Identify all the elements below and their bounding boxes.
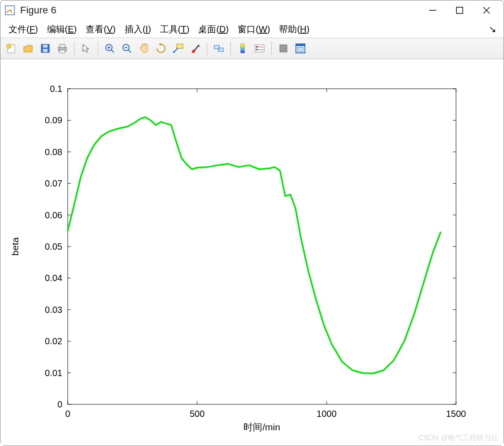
menubar: 文件(F) 编辑(E) 查看(V) 插入(I) 工具(T) 桌面(D) 窗口(W…: [0, 21, 504, 38]
figure-window: Figure 6 文件(F) 编辑(E) 查看(V) 插入(I) 工具(T) 桌…: [0, 0, 504, 446]
svg-text:1500: 1500: [446, 409, 466, 419]
svg-rect-39: [298, 48, 303, 52]
pointer-button[interactable]: [78, 40, 94, 56]
svg-rect-29: [241, 48, 244, 51]
svg-text:500: 500: [190, 409, 204, 419]
pan-icon: [138, 43, 150, 54]
svg-text:时间/min: 时间/min: [243, 422, 280, 432]
open-icon: [22, 43, 34, 54]
svg-text:0.03: 0.03: [45, 305, 62, 315]
rotate-button[interactable]: [153, 40, 169, 56]
minimize-icon: [427, 5, 438, 16]
svg-text:0.07: 0.07: [45, 178, 62, 188]
close-icon: [481, 5, 492, 16]
svg-text:0.01: 0.01: [45, 368, 62, 378]
svg-text:0: 0: [57, 399, 62, 409]
colorbar-button[interactable]: [235, 40, 251, 56]
svg-text:0.04: 0.04: [45, 273, 62, 283]
brush-button[interactable]: [187, 40, 203, 56]
svg-rect-38: [296, 44, 305, 46]
svg-rect-30: [241, 51, 244, 53]
svg-line-18: [128, 50, 131, 52]
print-button[interactable]: [54, 40, 70, 56]
svg-line-14: [111, 50, 114, 52]
svg-text:0: 0: [65, 409, 70, 419]
svg-rect-25: [218, 48, 223, 52]
svg-text:beta: beta: [10, 237, 20, 255]
menu-view[interactable]: 查看(V): [81, 22, 120, 37]
svg-text:0.08: 0.08: [45, 147, 62, 157]
svg-rect-36: [280, 45, 287, 52]
brush-icon: [189, 43, 201, 54]
pointer-icon: [80, 43, 92, 54]
toolbar: [0, 38, 504, 59]
svg-rect-32: [256, 46, 258, 48]
layout-icon: [295, 43, 306, 54]
hide-tools-icon: [278, 43, 289, 54]
svg-text:0.09: 0.09: [45, 115, 62, 125]
svg-text:1000: 1000: [317, 409, 337, 419]
colorbar-icon: [237, 43, 248, 54]
maximize-button[interactable]: [446, 0, 473, 20]
menu-desktop[interactable]: 桌面(D): [194, 22, 233, 37]
save-button[interactable]: [37, 40, 53, 56]
print-icon: [56, 43, 68, 54]
matlab-icon: [5, 5, 15, 15]
menu-insert[interactable]: 插入(I): [120, 22, 156, 37]
svg-point-22: [173, 51, 175, 53]
axes-canvas[interactable]: 05001000150000.010.020.030.040.050.060.0…: [0, 59, 504, 446]
svg-rect-12: [60, 50, 65, 53]
rotate-icon: [155, 43, 167, 54]
svg-text:0.06: 0.06: [45, 210, 62, 220]
svg-rect-11: [60, 44, 65, 48]
menu-edit[interactable]: 编辑(E): [43, 22, 82, 37]
zoom-out-icon: [121, 43, 133, 54]
window-controls: [419, 0, 500, 20]
toolbar-separator: [230, 42, 231, 55]
minimize-button[interactable]: [419, 0, 446, 20]
menu-tools[interactable]: 工具(T): [156, 22, 194, 37]
svg-text:0.05: 0.05: [45, 242, 62, 251]
new-figure-icon: [5, 43, 17, 54]
legend-icon: [254, 43, 265, 54]
layout-button[interactable]: [292, 40, 308, 56]
svg-line-23: [195, 45, 199, 50]
svg-rect-40: [68, 89, 456, 404]
new-figure-button[interactable]: [3, 40, 19, 56]
chart-plot: 05001000150000.010.020.030.040.050.060.0…: [0, 59, 504, 446]
svg-rect-28: [241, 46, 244, 48]
svg-text:0.1: 0.1: [50, 84, 62, 94]
zoom-out-button[interactable]: [119, 40, 135, 56]
svg-point-6: [7, 44, 11, 48]
link-icon: [213, 43, 225, 54]
maximize-icon: [454, 5, 465, 16]
link-button[interactable]: [211, 40, 227, 56]
svg-rect-33: [256, 49, 258, 50]
hide-tools-button[interactable]: [275, 40, 291, 56]
pan-button[interactable]: [136, 40, 152, 56]
zoom-in-button[interactable]: [102, 40, 118, 56]
menu-window[interactable]: 窗口(W): [233, 22, 274, 37]
close-button[interactable]: [473, 0, 500, 20]
open-button[interactable]: [20, 40, 36, 56]
toolbar-separator: [207, 42, 207, 55]
toolbar-separator: [271, 42, 272, 55]
toolbar-separator: [98, 42, 98, 55]
zoom-in-icon: [104, 43, 116, 54]
window-title: Figure 6: [20, 4, 419, 16]
svg-rect-2: [456, 7, 463, 13]
dock-arrow-icon[interactable]: ↘: [489, 24, 500, 35]
svg-rect-9: [43, 49, 48, 52]
legend-button[interactable]: [252, 40, 268, 56]
menu-help[interactable]: 帮助(H): [274, 22, 314, 37]
svg-rect-27: [241, 44, 244, 46]
svg-text:0.02: 0.02: [45, 336, 62, 346]
svg-rect-8: [43, 45, 48, 48]
titlebar: Figure 6: [0, 0, 504, 21]
datatip-icon: [172, 43, 184, 54]
save-icon: [39, 43, 51, 54]
toolbar-separator: [74, 42, 74, 55]
datatip-button[interactable]: [170, 40, 186, 56]
svg-rect-31: [255, 45, 264, 52]
menu-file[interactable]: 文件(F): [4, 22, 43, 37]
